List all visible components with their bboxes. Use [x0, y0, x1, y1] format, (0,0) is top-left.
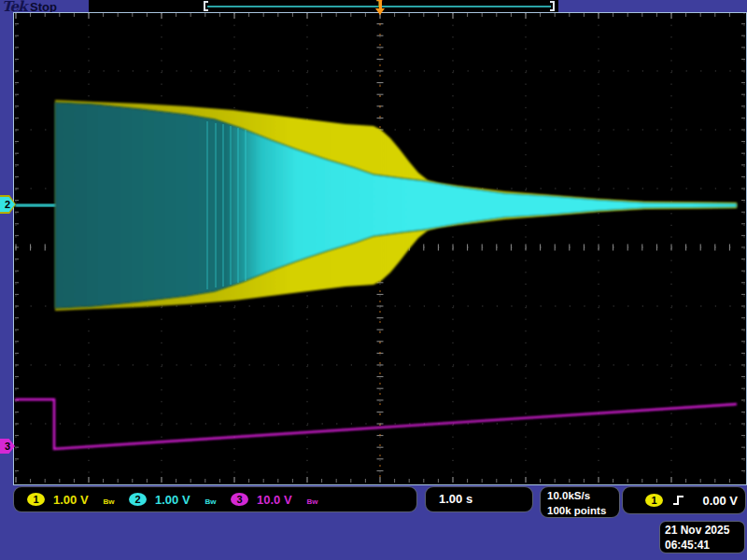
sample-rate-readout[interactable]: 10.0kS/s 100k points [540, 486, 620, 518]
trigger-position-arrow [375, 8, 385, 15]
waveform-svg [14, 13, 747, 486]
datetime-readout: 21 Nov 2025 06:45:41 [659, 521, 745, 553]
channel-2-scale: 1.00 V [155, 493, 190, 507]
channel-3-badge: 3 [231, 493, 248, 506]
channel-3-bandwidth-icon: Bw [307, 497, 318, 506]
channel-3-readout[interactable]: 3 10.0 V Bw [231, 487, 318, 511]
record-length: 100k points [547, 504, 619, 519]
trigger-level: 0.00 V [702, 494, 738, 508]
channel-1-readout[interactable]: 1 1.00 V Bw [27, 487, 115, 511]
acq-bracket-left-icon [204, 1, 208, 11]
channel-1-scale: 1.00 V [53, 493, 89, 507]
acq-bracket-right-icon [550, 1, 555, 11]
time-label: 06:45:41 [665, 539, 744, 553]
trigger-readout[interactable]: 1 0.00 V [622, 486, 746, 514]
sample-rate: 10.0kS/s [547, 489, 619, 504]
channel-readouts-box: 1 1.00 V Bw 2 1.00 V Bw 3 10.0 V Bw [13, 486, 417, 512]
waveform-display [13, 12, 747, 485]
channel-2-readout[interactable]: 2 1.00 V Bw [129, 487, 217, 511]
channel-1-bandwidth-icon: Bw [104, 497, 115, 506]
trigger-position-icon[interactable]: T [373, 0, 388, 16]
timebase-readout[interactable]: 1.00 s [425, 486, 533, 512]
channel-2-badge: 2 [129, 493, 147, 506]
trigger-position-stem [379, 1, 382, 8]
channel-2-bandwidth-icon: Bw [205, 497, 217, 506]
channel-3-scale: 10.0 V [257, 493, 292, 507]
date-label: 21 Nov 2025 [665, 524, 744, 539]
oscilloscope-screen: Tek Stop T [0, 0, 747, 560]
channel-1-badge: 1 [27, 493, 45, 506]
rising-edge-icon [672, 494, 685, 507]
trigger-source-badge: 1 [645, 494, 663, 507]
